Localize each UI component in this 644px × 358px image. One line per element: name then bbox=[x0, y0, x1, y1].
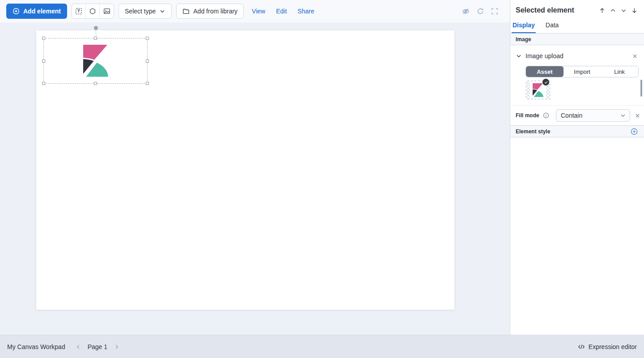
info-icon[interactable] bbox=[543, 112, 549, 119]
sidebar-scrollbar[interactable] bbox=[640, 80, 642, 97]
add-from-library-button[interactable]: Add from library bbox=[176, 4, 244, 19]
text-element-icon[interactable] bbox=[72, 4, 86, 18]
resize-handle-ne[interactable] bbox=[146, 37, 149, 40]
hide-editing-controls-icon[interactable] bbox=[462, 8, 470, 15]
share-link[interactable]: Share bbox=[297, 8, 314, 15]
select-chevron-down-icon bbox=[620, 112, 626, 119]
image-section-title: Image bbox=[516, 36, 531, 43]
add-from-library-label: Add from library bbox=[193, 8, 237, 15]
plus-circle-icon bbox=[13, 8, 20, 15]
select-type-dropdown[interactable]: Select type bbox=[119, 4, 172, 19]
image-element-logo[interactable] bbox=[83, 45, 108, 77]
image-upload-block: Image upload Asset Import Link bbox=[510, 45, 644, 105]
workpad-name[interactable]: My Canvas Workpad bbox=[7, 343, 65, 350]
element-style-header: Element style bbox=[510, 125, 644, 137]
rotation-handle[interactable] bbox=[94, 26, 98, 30]
element-style-title: Element style bbox=[516, 128, 550, 135]
tab-data[interactable]: Data bbox=[545, 19, 560, 33]
send-to-back-icon[interactable] bbox=[631, 7, 638, 14]
mode-asset-button[interactable]: Asset bbox=[526, 66, 564, 77]
resize-handle-e[interactable] bbox=[146, 60, 149, 63]
remove-fill-mode-icon[interactable] bbox=[635, 113, 640, 119]
resize-handle-sw[interactable] bbox=[42, 82, 45, 85]
expression-editor-label: Expression editor bbox=[589, 343, 637, 350]
selected-element-panel: Selected element bbox=[510, 0, 644, 335]
edit-link[interactable]: Edit bbox=[276, 8, 287, 15]
image-source-button-group: Asset Import Link bbox=[525, 66, 639, 77]
code-icon bbox=[578, 343, 585, 350]
shape-element-icon[interactable] bbox=[86, 4, 100, 18]
remove-argument-icon[interactable] bbox=[632, 53, 638, 59]
fill-mode-value: Contain bbox=[561, 112, 582, 119]
resize-handle-w[interactable] bbox=[42, 60, 45, 63]
workpad-page[interactable] bbox=[36, 30, 454, 310]
add-element-button[interactable]: Add element bbox=[6, 4, 67, 19]
element-type-icon-group bbox=[72, 4, 114, 19]
add-element-label: Add element bbox=[23, 8, 61, 15]
sidebar-header: Selected element bbox=[510, 0, 644, 18]
previous-page-icon[interactable] bbox=[75, 344, 81, 350]
workpad-footer: My Canvas Workpad Page 1 Expression edit… bbox=[0, 335, 644, 358]
resize-handle-s[interactable] bbox=[94, 82, 97, 85]
bring-to-front-icon[interactable] bbox=[599, 7, 606, 14]
workpad-view-controls bbox=[462, 8, 504, 15]
fill-mode-row: Fill mode Contain bbox=[510, 105, 644, 125]
next-page-icon[interactable] bbox=[114, 344, 120, 350]
image-section-header: Image bbox=[510, 33, 644, 45]
expression-editor-toggle[interactable]: Expression editor bbox=[578, 343, 637, 350]
image-element-icon[interactable] bbox=[100, 4, 114, 18]
resize-handle-nw[interactable] bbox=[42, 37, 45, 40]
fullscreen-icon[interactable] bbox=[491, 8, 498, 15]
fill-mode-label: Fill mode bbox=[516, 112, 539, 119]
canvas-workspace[interactable] bbox=[0, 22, 510, 335]
view-mode-links: View Edit Share bbox=[252, 8, 314, 15]
mode-link-button[interactable]: Link bbox=[601, 66, 638, 77]
page-label[interactable]: Page 1 bbox=[88, 343, 107, 350]
select-type-label: Select type bbox=[125, 8, 156, 15]
fill-mode-select[interactable]: Contain bbox=[556, 109, 630, 122]
asset-thumbnail[interactable] bbox=[525, 80, 551, 100]
accordion-chevron-down-icon[interactable] bbox=[516, 53, 522, 59]
refresh-icon[interactable] bbox=[477, 8, 484, 15]
asset-selected-check-icon bbox=[542, 78, 550, 86]
resize-handle-se[interactable] bbox=[146, 82, 149, 85]
image-upload-title: Image upload bbox=[525, 52, 564, 60]
bring-forward-icon[interactable] bbox=[610, 7, 616, 14]
layer-order-controls bbox=[599, 7, 638, 14]
resize-handle-n[interactable] bbox=[94, 37, 97, 40]
image-upload-row: Image upload bbox=[516, 50, 640, 62]
sidebar-tabs: Display Data bbox=[510, 18, 644, 33]
chevron-down-icon bbox=[159, 8, 165, 14]
folder-icon bbox=[182, 8, 190, 15]
send-backward-icon[interactable] bbox=[620, 7, 627, 14]
page-navigation: Page 1 bbox=[75, 343, 120, 350]
top-toolbar: Add element Select type bbox=[0, 0, 510, 22]
sidebar-title: Selected element bbox=[516, 6, 574, 14]
add-style-icon[interactable] bbox=[631, 128, 638, 135]
view-link[interactable]: View bbox=[252, 8, 265, 15]
tab-display[interactable]: Display bbox=[512, 19, 536, 33]
mode-import-button[interactable]: Import bbox=[564, 66, 601, 77]
